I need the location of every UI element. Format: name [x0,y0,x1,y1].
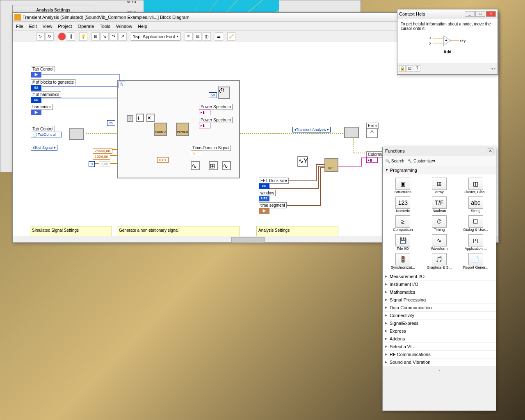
loop-n-terminal[interactable]: N [119,82,125,88]
category-express[interactable]: Express [383,327,496,335]
const-1024[interactable]: 1024,00 [93,154,110,160]
const-0[interactable]: 0 [89,161,95,167]
cleanup-button[interactable]: 🧹 [227,32,235,41]
function-item-report-gener-[interactable]: 📄Report Gener... [458,252,493,270]
menu-view[interactable]: View [43,24,52,29]
step-over-button[interactable]: ↷ [110,32,118,41]
waveform-node2[interactable]: ∿ [222,161,231,170]
functions-customize[interactable]: 🔧 Customize▾ [407,159,435,163]
const-001[interactable]: 0,01 [157,157,169,163]
waveform-node1[interactable]: ∿ [191,161,200,170]
tab-control-value[interactable]: 📑 TabControl [31,132,62,137]
menu-project[interactable]: Project [58,24,72,29]
category-addons[interactable]: Addons [383,335,496,343]
menu-operate[interactable]: Operate [78,24,94,29]
functions-header[interactable]: Functions ✕ [383,147,496,156]
error-terminal[interactable]: ⚠ [366,128,378,138]
programming-category[interactable]: Programming [383,166,496,174]
run-cont-button[interactable]: ⟳ [46,32,54,41]
distribute-button[interactable]: ⊟ [194,32,202,41]
function-item-structures[interactable]: ▣Structures [385,177,421,195]
category-rf-communications[interactable]: RF Communications [383,351,496,358]
harmo-subvi[interactable]: HARMO [154,123,167,136]
iteration-terminal[interactable]: i [127,115,133,122]
category-connectivity[interactable]: Connectivity [383,312,496,320]
step-out-button[interactable]: ↗ [119,32,127,41]
function-item-numeric[interactable]: 123Numeric [385,196,421,214]
functions-search[interactable]: 🔍 Search [385,159,404,163]
add-node[interactable]: + [136,114,144,122]
fft-block-terminal[interactable]: I32 [259,183,269,189]
const-50[interactable]: 50 [209,92,217,98]
function-item-application-[interactable]: ◳Application ... [458,233,493,251]
category-signal-processing[interactable]: Signal Processing [383,296,496,304]
window-terminal[interactable]: U32 [259,196,269,201]
ctx-minimize-button[interactable]: _ [465,11,475,17]
run-button[interactable]: ▷ [37,32,45,41]
context-help-titlebar[interactable]: Context Help _ □ ✕ [397,9,498,18]
category-data-communication[interactable]: Data Communication [383,304,496,312]
function-item-cluster-clas-[interactable]: ◫Cluster, Clas... [458,177,493,195]
stft-subvi[interactable]: STFT [324,158,338,172]
tab-control-terminal[interactable]: ▮▸ [31,72,41,78]
function-item-file-i-o[interactable]: 💾File I/O [385,233,421,251]
ctx-close-button[interactable]: ✕ [486,11,496,17]
pause-button[interactable]: ‖ [67,32,75,41]
ctx-scroll-left[interactable]: ◂ [491,66,493,71]
category-mathematics[interactable]: Mathematics [383,288,496,296]
function-item-waveform[interactable]: ∿Waveform [422,233,457,251]
test-signal-selector[interactable]: ◂Test Signal ▾ [31,145,57,151]
retain-wire-button[interactable]: ⊞ [91,32,100,41]
menu-window[interactable]: Window [116,24,132,29]
ctx-detail-button[interactable]: ⊡ [406,65,413,72]
menu-file[interactable]: File [16,24,23,29]
power-spectrum-terminal[interactable]: ▸▮ [199,110,210,115]
harmonics-terminal[interactable]: ▮▸ [31,110,41,115]
highlight-button[interactable]: 💡 [79,32,87,41]
category-measurement-i-o[interactable]: Measurement I/O [383,273,496,281]
function-item-array[interactable]: ⊞Array [422,177,457,195]
functions-expand[interactable]: ⌄ [383,366,496,372]
build-array-node[interactable]: ⊞ [209,161,218,170]
menu-help[interactable]: Help [138,24,147,29]
ctx-lock-button[interactable]: 🔒 [399,65,406,72]
blocks-gen-terminal[interactable]: I32 [31,85,41,91]
abort-button[interactable] [58,32,66,41]
reorder-button[interactable]: ☰ [215,32,223,41]
time-seg-terminal[interactable]: ▮▸ [259,208,269,214]
function-item-string[interactable]: abcString [458,196,493,214]
ctx-maximize-button[interactable]: □ [475,11,485,17]
category-select-a-vi-[interactable]: Select a VI... [383,343,496,351]
colormap-terminal[interactable]: ▸▮ [366,157,378,163]
transient-selector[interactable]: ◂Transient Analysis ▾ [292,127,331,132]
function-item-timing[interactable]: ⏱Timing [422,215,457,233]
function-item-graphics-s-[interactable]: 🎵Graphics & S... [422,252,457,270]
num-harmonics-terminal[interactable]: I32 [31,97,41,103]
function-item-synchronizat-[interactable]: 🚦Synchronizat... [385,252,421,270]
font-selector[interactable]: 15pt Application Font [131,32,180,41]
category-signalexpress[interactable]: SignalExpress [383,320,496,327]
ctx-scroll-right[interactable]: ▸ [494,66,496,71]
step-into-button[interactable]: ↘ [100,32,109,41]
menu-tools[interactable]: Tools [100,24,110,29]
const-25[interactable]: 25 [107,120,115,126]
menu-edit[interactable]: Edit [29,24,37,29]
time-domain-terminal[interactable]: ∿ [191,151,202,156]
functions-pin-button[interactable]: ✕ [488,148,493,154]
category-sound-and-vibration[interactable]: Sound and Vibration [383,358,496,366]
multiply-node[interactable]: × [146,114,155,122]
bundle-node[interactable] [344,127,359,138]
function-item-dialog-use-[interactable]: ☐Dialog & Use... [458,215,493,233]
function-item-boolean[interactable]: T/FBoolean [422,196,457,214]
power-spectrum2-terminal[interactable]: ▸▮ [199,123,210,128]
power-subvi[interactable]: POWER [176,123,189,136]
metronome-node[interactable]: ⏱ [218,87,230,99]
function-item-comparison[interactable]: ≥Comparison [385,215,421,233]
align-button[interactable]: ≡ [185,32,193,41]
const-000[interactable]: 0,00 [99,161,110,167]
unbundle-node[interactable] [69,128,84,140]
waveform-get-node[interactable]: ∿Y [297,156,308,167]
const-25600[interactable]: 25600,00 [93,148,112,154]
category-instrument-i-o[interactable]: Instrument I/O [383,281,496,288]
resize-button[interactable]: ◫ [203,32,211,41]
